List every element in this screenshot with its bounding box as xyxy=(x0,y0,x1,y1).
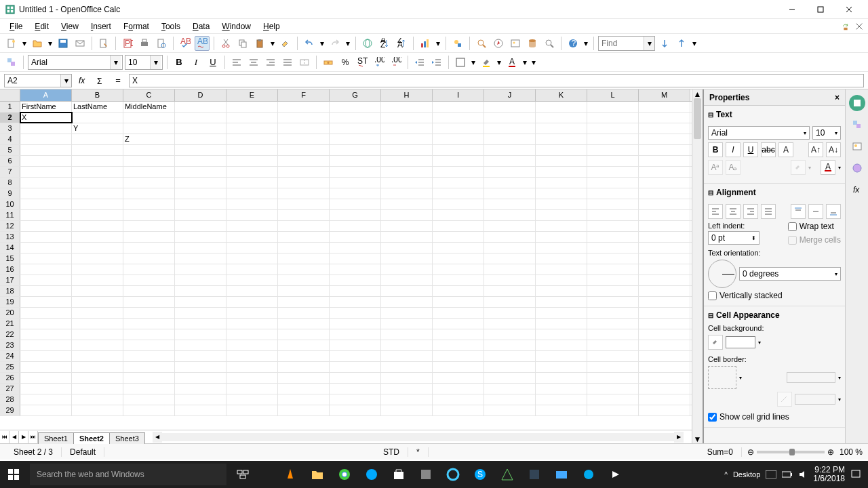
cell[interactable] xyxy=(484,156,536,166)
skype-icon[interactable]: S xyxy=(467,461,494,488)
cell[interactable] xyxy=(484,351,536,361)
increase-indent-button[interactable] xyxy=(429,55,444,70)
cell[interactable] xyxy=(484,308,536,318)
cell[interactable] xyxy=(433,178,484,188)
menu-tools[interactable]: Tools xyxy=(156,20,186,33)
cell[interactable] xyxy=(330,384,381,394)
cell[interactable] xyxy=(226,362,278,372)
panel-highlight-button[interactable] xyxy=(791,160,806,175)
hyperlink-button[interactable] xyxy=(360,36,375,51)
cell[interactable] xyxy=(20,308,72,318)
sum-button[interactable]: Σ xyxy=(94,74,107,87)
borders-dropdown[interactable]: ▾ xyxy=(470,55,477,70)
cell[interactable] xyxy=(536,123,587,134)
cell[interactable] xyxy=(330,221,381,231)
cell[interactable] xyxy=(536,221,587,231)
panel-sub-button[interactable]: Aₐ xyxy=(726,160,741,175)
cell[interactable]: Y xyxy=(72,123,123,134)
cell[interactable] xyxy=(381,232,433,242)
column-header[interactable]: J xyxy=(484,89,536,101)
cell[interactable] xyxy=(20,297,72,307)
cell[interactable] xyxy=(226,123,278,134)
cell[interactable] xyxy=(330,286,381,296)
cell[interactable] xyxy=(330,178,381,188)
new-dropdown[interactable]: ▾ xyxy=(21,36,28,51)
cell[interactable] xyxy=(484,199,536,209)
cell[interactable] xyxy=(639,405,690,415)
horizontal-scrollbar[interactable]: ◀ ▶ xyxy=(153,432,684,443)
navigator-button[interactable] xyxy=(491,36,506,51)
cell[interactable] xyxy=(433,275,484,285)
standard-format-button[interactable]: STD xyxy=(355,55,370,70)
cell[interactable] xyxy=(536,210,587,220)
row-header[interactable]: 12 xyxy=(0,221,20,231)
cell[interactable] xyxy=(123,253,175,264)
status-style[interactable]: Default xyxy=(62,447,104,457)
border-color-button[interactable] xyxy=(777,392,792,407)
sheet-tab[interactable]: Sheet3 xyxy=(109,432,145,444)
find-prev-button[interactable] xyxy=(674,36,689,51)
cell[interactable] xyxy=(484,405,536,415)
cell[interactable] xyxy=(72,145,123,155)
cell[interactable] xyxy=(278,199,330,209)
cell[interactable] xyxy=(175,384,226,394)
cell[interactable]: FirstName xyxy=(20,102,72,112)
cell[interactable] xyxy=(226,405,278,415)
cell[interactable] xyxy=(278,145,330,155)
cell[interactable] xyxy=(330,373,381,383)
save-button[interactable] xyxy=(56,36,71,51)
cell[interactable] xyxy=(433,394,484,405)
cell[interactable] xyxy=(484,373,536,383)
cell[interactable] xyxy=(381,167,433,177)
find-dropdown[interactable]: ▾ xyxy=(644,37,654,50)
cell[interactable] xyxy=(639,232,690,242)
cell[interactable] xyxy=(381,362,433,372)
panel-bold-button[interactable]: B xyxy=(708,142,723,157)
cell[interactable] xyxy=(175,373,226,383)
formula-input[interactable] xyxy=(129,74,864,87)
cell[interactable] xyxy=(72,275,123,285)
cell[interactable] xyxy=(587,232,639,242)
cell[interactable] xyxy=(587,319,639,329)
orientation-combo[interactable]: 0 degrees▾ xyxy=(739,267,841,281)
cell[interactable] xyxy=(433,253,484,264)
cell[interactable] xyxy=(639,178,690,188)
column-header[interactable]: L xyxy=(587,89,639,101)
sheet-tab[interactable]: Sheet2 xyxy=(73,432,110,444)
font-size-combo[interactable]: ▾ xyxy=(125,55,163,70)
row-header[interactable]: 24 xyxy=(0,351,20,361)
row-header[interactable]: 29 xyxy=(0,405,20,415)
row-header[interactable]: 9 xyxy=(0,188,20,199)
cell[interactable] xyxy=(72,167,123,177)
cell[interactable] xyxy=(484,167,536,177)
row-header[interactable]: 4 xyxy=(0,134,20,144)
function-button[interactable]: = xyxy=(111,74,125,87)
cell[interactable] xyxy=(587,221,639,231)
row-header[interactable]: 16 xyxy=(0,264,20,274)
edit-file-button[interactable] xyxy=(96,36,111,51)
panel-shrink-button[interactable]: A↓ xyxy=(826,142,841,157)
row-header[interactable]: 25 xyxy=(0,362,20,372)
cell[interactable] xyxy=(123,319,175,329)
sheet-tab[interactable]: Sheet1 xyxy=(38,432,74,444)
app6-icon[interactable] xyxy=(575,461,602,488)
cell[interactable] xyxy=(433,362,484,372)
cell[interactable] xyxy=(639,210,690,220)
cell[interactable] xyxy=(278,319,330,329)
cell[interactable] xyxy=(536,362,587,372)
cell[interactable] xyxy=(226,178,278,188)
preview-button[interactable] xyxy=(154,36,169,51)
cell[interactable] xyxy=(20,351,72,361)
row-header[interactable]: 27 xyxy=(0,384,20,394)
cell[interactable] xyxy=(123,178,175,188)
open-button[interactable] xyxy=(30,36,45,51)
cell[interactable] xyxy=(587,384,639,394)
tray-expand-icon[interactable]: ^ xyxy=(724,471,728,479)
gallery-button[interactable] xyxy=(508,36,523,51)
cell[interactable] xyxy=(20,405,72,415)
cell[interactable] xyxy=(226,308,278,318)
cell[interactable] xyxy=(433,221,484,231)
cell[interactable] xyxy=(20,264,72,274)
panel-valign-mid-button[interactable] xyxy=(808,204,823,219)
cell[interactable] xyxy=(330,102,381,112)
